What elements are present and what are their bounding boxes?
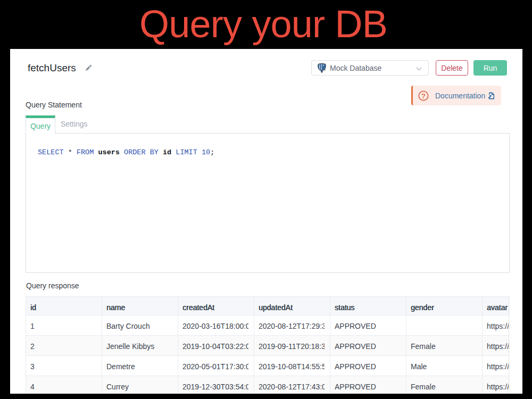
- svg-text:?: ?: [421, 92, 426, 99]
